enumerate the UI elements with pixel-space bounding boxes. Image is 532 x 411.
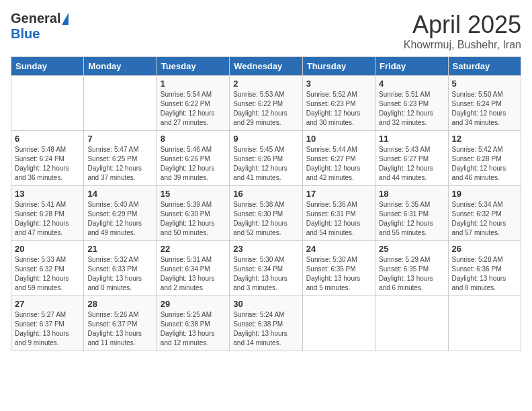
calendar-week-row: 13Sunrise: 5:41 AMSunset: 6:28 PMDayligh… [11, 186, 521, 241]
calendar-cell: 22Sunrise: 5:31 AMSunset: 6:34 PMDayligh… [157, 241, 229, 296]
calendar-cell: 27Sunrise: 5:27 AMSunset: 6:37 PMDayligh… [11, 296, 84, 351]
day-info: Sunrise: 5:28 AMSunset: 6:36 PMDaylight:… [452, 255, 517, 293]
calendar-cell: 17Sunrise: 5:36 AMSunset: 6:31 PMDayligh… [302, 186, 375, 241]
calendar-cell: 20Sunrise: 5:33 AMSunset: 6:32 PMDayligh… [11, 241, 84, 296]
day-info: Sunrise: 5:34 AMSunset: 6:32 PMDaylight:… [452, 200, 517, 238]
logo-general-text: General [11, 11, 60, 26]
weekday-header-friday: Friday [375, 57, 448, 76]
day-info: Sunrise: 5:31 AMSunset: 6:34 PMDaylight:… [161, 255, 226, 293]
calendar-cell: 14Sunrise: 5:40 AMSunset: 6:29 PMDayligh… [84, 186, 157, 241]
day-number: 27 [15, 299, 80, 309]
weekday-header-monday: Monday [84, 57, 157, 76]
day-info: Sunrise: 5:25 AMSunset: 6:38 PMDaylight:… [161, 310, 226, 348]
day-number: 20 [15, 244, 80, 254]
day-info: Sunrise: 5:27 AMSunset: 6:37 PMDaylight:… [15, 310, 80, 348]
day-info: Sunrise: 5:45 AMSunset: 6:26 PMDaylight:… [233, 145, 298, 183]
day-info: Sunrise: 5:42 AMSunset: 6:28 PMDaylight:… [452, 145, 517, 183]
logo-triangle-icon [62, 13, 69, 25]
day-info: Sunrise: 5:50 AMSunset: 6:24 PMDaylight:… [452, 90, 517, 128]
calendar-cell: 3Sunrise: 5:52 AMSunset: 6:23 PMDaylight… [302, 76, 375, 131]
weekday-header-wednesday: Wednesday [230, 57, 302, 76]
calendar-cell: 15Sunrise: 5:39 AMSunset: 6:30 PMDayligh… [157, 186, 229, 241]
calendar-cell: 4Sunrise: 5:51 AMSunset: 6:23 PMDaylight… [375, 76, 448, 131]
day-number: 15 [161, 189, 226, 199]
day-info: Sunrise: 5:26 AMSunset: 6:37 PMDaylight:… [87, 310, 152, 348]
day-number: 7 [87, 134, 152, 144]
weekday-header-thursday: Thursday [302, 57, 375, 76]
day-info: Sunrise: 5:40 AMSunset: 6:29 PMDaylight:… [87, 200, 152, 238]
day-info: Sunrise: 5:24 AMSunset: 6:38 PMDaylight:… [233, 310, 298, 348]
day-info: Sunrise: 5:29 AMSunset: 6:35 PMDaylight:… [379, 255, 444, 293]
day-info: Sunrise: 5:39 AMSunset: 6:30 PMDaylight:… [161, 200, 226, 238]
day-info: Sunrise: 5:48 AMSunset: 6:24 PMDaylight:… [15, 145, 80, 183]
calendar-cell: 21Sunrise: 5:32 AMSunset: 6:33 PMDayligh… [84, 241, 157, 296]
day-info: Sunrise: 5:38 AMSunset: 6:30 PMDaylight:… [233, 200, 298, 238]
calendar-cell [11, 76, 84, 131]
calendar-cell: 12Sunrise: 5:42 AMSunset: 6:28 PMDayligh… [448, 131, 521, 186]
day-number: 6 [15, 134, 80, 144]
day-info: Sunrise: 5:52 AMSunset: 6:23 PMDaylight:… [306, 90, 371, 128]
day-number: 29 [161, 299, 226, 309]
day-number: 1 [161, 79, 226, 89]
calendar-table: SundayMondayTuesdayWednesdayThursdayFrid… [11, 56, 521, 351]
logo: General Blue [11, 11, 69, 42]
day-number: 25 [379, 244, 444, 254]
calendar-cell: 7Sunrise: 5:47 AMSunset: 6:25 PMDaylight… [84, 131, 157, 186]
day-number: 11 [379, 134, 444, 144]
day-number: 12 [452, 134, 517, 144]
day-number: 14 [87, 189, 152, 199]
day-info: Sunrise: 5:44 AMSunset: 6:27 PMDaylight:… [306, 145, 371, 183]
day-info: Sunrise: 5:47 AMSunset: 6:25 PMDaylight:… [87, 145, 152, 183]
calendar-cell: 24Sunrise: 5:30 AMSunset: 6:35 PMDayligh… [302, 241, 375, 296]
day-number: 18 [379, 189, 444, 199]
day-info: Sunrise: 5:43 AMSunset: 6:27 PMDaylight:… [379, 145, 444, 183]
day-number: 16 [233, 189, 298, 199]
day-info: Sunrise: 5:41 AMSunset: 6:28 PMDaylight:… [15, 200, 80, 238]
day-info: Sunrise: 5:51 AMSunset: 6:23 PMDaylight:… [379, 90, 444, 128]
calendar-cell: 30Sunrise: 5:24 AMSunset: 6:38 PMDayligh… [230, 296, 302, 351]
day-number: 2 [233, 79, 298, 89]
day-number: 13 [15, 189, 80, 199]
calendar-cell: 13Sunrise: 5:41 AMSunset: 6:28 PMDayligh… [11, 186, 84, 241]
weekday-header-saturday: Saturday [448, 57, 521, 76]
day-number: 17 [306, 189, 371, 199]
day-number: 9 [233, 134, 298, 144]
calendar-cell [302, 296, 375, 351]
day-info: Sunrise: 5:36 AMSunset: 6:31 PMDaylight:… [306, 200, 371, 238]
calendar-cell [84, 76, 157, 131]
title-block: April 2025 Khowrmuj, Bushehr, Iran [404, 11, 521, 51]
calendar-cell: 5Sunrise: 5:50 AMSunset: 6:24 PMDaylight… [448, 76, 521, 131]
day-info: Sunrise: 5:53 AMSunset: 6:22 PMDaylight:… [233, 90, 298, 128]
day-info: Sunrise: 5:30 AMSunset: 6:34 PMDaylight:… [233, 255, 298, 293]
day-number: 24 [306, 244, 371, 254]
day-number: 23 [233, 244, 298, 254]
calendar-week-row: 6Sunrise: 5:48 AMSunset: 6:24 PMDaylight… [11, 131, 521, 186]
calendar-cell: 19Sunrise: 5:34 AMSunset: 6:32 PMDayligh… [448, 186, 521, 241]
calendar-cell: 10Sunrise: 5:44 AMSunset: 6:27 PMDayligh… [302, 131, 375, 186]
calendar-week-row: 20Sunrise: 5:33 AMSunset: 6:32 PMDayligh… [11, 241, 521, 296]
calendar-cell: 25Sunrise: 5:29 AMSunset: 6:35 PMDayligh… [375, 241, 448, 296]
day-number: 3 [306, 79, 371, 89]
calendar-week-row: 27Sunrise: 5:27 AMSunset: 6:37 PMDayligh… [11, 296, 521, 351]
calendar-week-row: 1Sunrise: 5:54 AMSunset: 6:22 PMDaylight… [11, 76, 521, 131]
day-info: Sunrise: 5:46 AMSunset: 6:26 PMDaylight:… [161, 145, 226, 183]
calendar-location: Khowrmuj, Bushehr, Iran [404, 39, 521, 51]
day-number: 28 [87, 299, 152, 309]
day-number: 22 [161, 244, 226, 254]
day-number: 8 [161, 134, 226, 144]
calendar-cell: 11Sunrise: 5:43 AMSunset: 6:27 PMDayligh… [375, 131, 448, 186]
day-number: 10 [306, 134, 371, 144]
calendar-cell: 28Sunrise: 5:26 AMSunset: 6:37 PMDayligh… [84, 296, 157, 351]
day-number: 26 [452, 244, 517, 254]
calendar-cell: 1Sunrise: 5:54 AMSunset: 6:22 PMDaylight… [157, 76, 229, 131]
calendar-cell: 18Sunrise: 5:35 AMSunset: 6:31 PMDayligh… [375, 186, 448, 241]
calendar-cell: 6Sunrise: 5:48 AMSunset: 6:24 PMDaylight… [11, 131, 84, 186]
weekday-header-sunday: Sunday [11, 57, 84, 76]
calendar-cell: 29Sunrise: 5:25 AMSunset: 6:38 PMDayligh… [157, 296, 229, 351]
day-info: Sunrise: 5:54 AMSunset: 6:22 PMDaylight:… [161, 90, 226, 128]
calendar-cell: 23Sunrise: 5:30 AMSunset: 6:34 PMDayligh… [230, 241, 302, 296]
weekday-header-row: SundayMondayTuesdayWednesdayThursdayFrid… [11, 57, 521, 76]
calendar-cell: 9Sunrise: 5:45 AMSunset: 6:26 PMDaylight… [230, 131, 302, 186]
day-number: 5 [452, 79, 517, 89]
calendar-cell: 8Sunrise: 5:46 AMSunset: 6:26 PMDaylight… [157, 131, 229, 186]
